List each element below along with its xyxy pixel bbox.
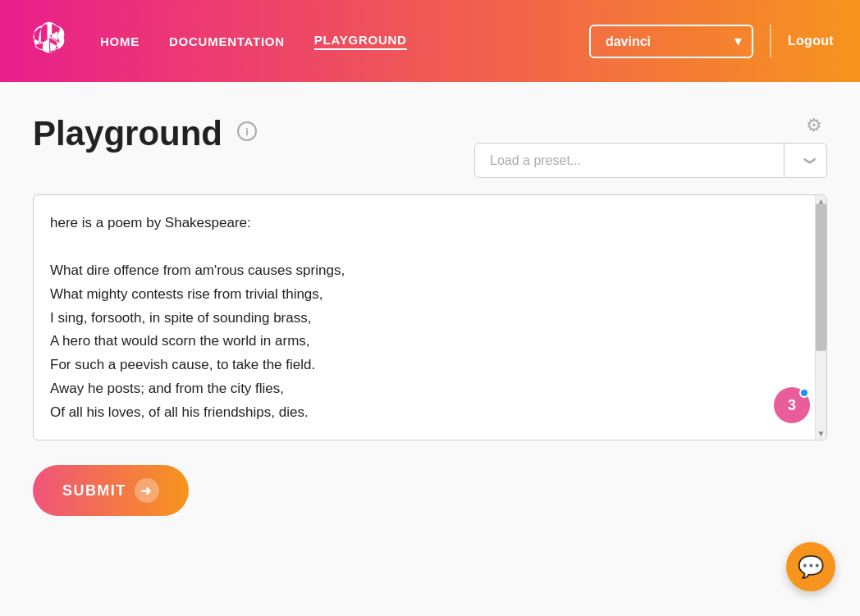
main-content: Playground i ⚙ Load a preset... Preset 1… <box>0 82 860 549</box>
submit-row: SUBMIT ➜ <box>33 465 827 516</box>
model-select-wrapper: davinci curie babbage ada <box>589 25 753 58</box>
top-section: Playground i ⚙ Load a preset... Preset 1… <box>33 115 827 178</box>
scrollbar-down[interactable]: ▼ <box>816 427 826 440</box>
preset-select-wrapper: Load a preset... Preset 1 Preset 2 <box>474 143 827 178</box>
main-nav: HOME DOCUMENTATION PLAYGROUND <box>100 33 589 50</box>
gear-icon[interactable]: ⚙ <box>806 115 822 135</box>
nav-documentation[interactable]: DOCUMENTATION <box>169 34 285 48</box>
logout-button[interactable]: Logout <box>788 34 834 48</box>
chat-badge[interactable]: 3 <box>774 387 810 423</box>
header-right: davinci curie babbage ada Logout <box>589 25 834 58</box>
submit-label: SUBMIT <box>62 482 126 500</box>
nav-home[interactable]: HOME <box>100 34 140 48</box>
page-title: Playground <box>33 115 222 153</box>
chat-badge-dot <box>799 388 809 398</box>
chat-widget[interactable]: 💬 <box>786 542 835 591</box>
submit-arrow-icon: ➜ <box>135 478 159 503</box>
textarea-container: here is a poem by Shakespeare: What dire… <box>33 194 827 440</box>
model-select[interactable]: davinci curie babbage ada <box>589 25 753 58</box>
title-area: Playground i <box>33 115 257 153</box>
chat-badge-count: 3 <box>788 397 796 414</box>
controls-area: ⚙ Load a preset... Preset 1 Preset 2 <box>474 115 827 178</box>
scrollbar-thumb[interactable] <box>816 203 826 351</box>
chat-widget-icon: 💬 <box>798 554 824 580</box>
header: HOME DOCUMENTATION PLAYGROUND davinci cu… <box>0 0 860 82</box>
scrollbar[interactable]: ▲ ▼ <box>815 195 826 440</box>
openai-logo[interactable] <box>26 21 67 62</box>
submit-button[interactable]: SUBMIT ➜ <box>33 465 189 516</box>
preset-select[interactable]: Load a preset... Preset 1 Preset 2 <box>474 143 827 178</box>
prompt-textarea[interactable]: here is a poem by Shakespeare: What dire… <box>34 195 815 440</box>
preset-divider <box>784 143 785 178</box>
header-divider <box>770 25 771 57</box>
info-icon[interactable]: i <box>237 121 257 141</box>
nav-playground[interactable]: PLAYGROUND <box>314 33 407 50</box>
